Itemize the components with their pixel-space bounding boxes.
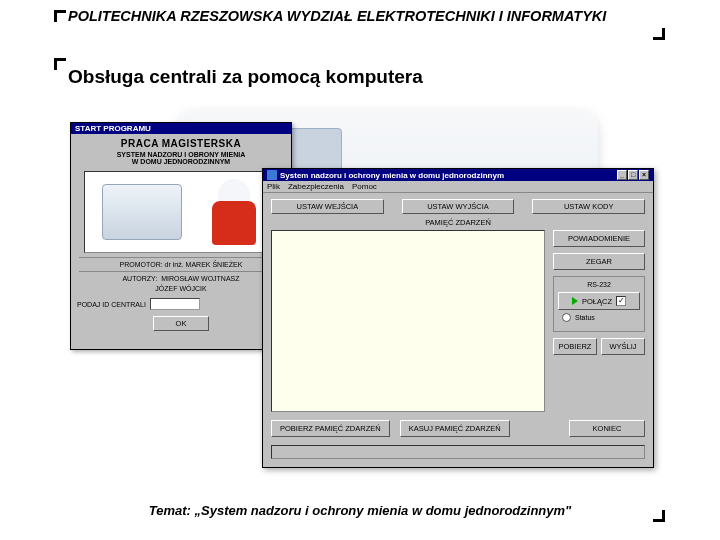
menu-bar: Plik Zabezpieczenia Pomoc: [263, 181, 653, 193]
status-bar: [271, 445, 645, 459]
rs232-panel: RS-232 POŁĄCZ ✓ Status: [553, 276, 645, 332]
maximize-icon[interactable]: □: [628, 170, 638, 180]
events-display-area: [271, 230, 545, 412]
window-titlebar: System nadzoru i ochrony mienia w domu j…: [263, 169, 653, 181]
window-titlebar: START PROGRAMU: [71, 123, 291, 134]
clock-button[interactable]: ZEGAR: [553, 253, 645, 270]
status-radio[interactable]: [562, 313, 571, 322]
id-input[interactable]: [150, 298, 200, 310]
corner-decoration: [653, 28, 665, 40]
slide-footer: Temat: „System nadzoru i ochrony mienia …: [0, 503, 720, 518]
slide-title: Obsługa centrali za pomocą komputera: [68, 66, 666, 88]
exit-button[interactable]: KONIEC: [569, 420, 645, 437]
set-codes-button[interactable]: USTAW KODY: [532, 199, 645, 214]
app-icon: [267, 170, 277, 180]
titlebar-text: System nadzoru i ochrony mienia w domu j…: [280, 171, 504, 180]
notify-button[interactable]: POWIADOMIENIE: [553, 230, 645, 247]
connect-checkbox[interactable]: ✓: [616, 296, 626, 306]
splash-image: [84, 171, 278, 253]
rs232-panel-title: RS-232: [558, 281, 640, 288]
titlebar-text: START PROGRAMU: [75, 124, 151, 133]
alarm-siren-image: [208, 179, 260, 245]
menu-item-help[interactable]: Pomoc: [352, 182, 377, 191]
status-radio-label: Status: [575, 314, 595, 321]
connect-button[interactable]: POŁĄCZ ✓: [558, 292, 640, 310]
minimize-icon[interactable]: _: [617, 170, 627, 180]
id-input-label: PODAJ ID CENTRALI: [77, 301, 146, 308]
ok-button[interactable]: OK: [153, 316, 209, 331]
events-group-label: PAMIĘĆ ZDARZEŃ: [263, 218, 653, 230]
send-button[interactable]: WYŚLIJ: [601, 338, 645, 355]
set-inputs-button[interactable]: USTAW WEJŚCIA: [271, 199, 384, 214]
promotor-line: PROMOTOR: dr inż. MAREK ŚNIEŻEK: [73, 261, 289, 268]
alarm-keypad-image: [102, 184, 182, 240]
splash-window: START PROGRAMU PRACA MAGISTERSKA SYSTEM …: [70, 122, 292, 350]
menu-item-security[interactable]: Zabezpieczenia: [288, 182, 344, 191]
menu-item-file[interactable]: Plik: [267, 182, 280, 191]
play-icon: [572, 297, 578, 305]
get-events-button[interactable]: POBIERZ PAMIĘĆ ZDARZEŃ: [271, 420, 390, 437]
set-outputs-button[interactable]: USTAW WYJŚCIA: [402, 199, 515, 214]
splash-subheading: W DOMU JEDNORODZINNYM: [73, 158, 289, 165]
splash-heading: PRACA MAGISTERSKA: [73, 138, 289, 149]
close-icon[interactable]: ×: [639, 170, 649, 180]
splash-subheading: SYSTEM NADZORU I OBRONY MIENIA: [73, 151, 289, 158]
main-app-window: System nadzoru i ochrony mienia w domu j…: [262, 168, 654, 468]
corner-decoration: [653, 510, 665, 522]
authors-label: AUTORZY: MIROSŁAW WOJTNASZ: [73, 275, 289, 282]
get-button[interactable]: POBIERZ: [553, 338, 597, 355]
author-line: JÓZEF WÓJCIK: [73, 285, 289, 292]
content-area: START PROGRAMU PRACA MAGISTERSKA SYSTEM …: [58, 110, 668, 480]
slide-header: POLITECHNIKA RZESZOWSKA WYDZIAŁ ELEKTROT…: [68, 8, 666, 24]
clear-events-button[interactable]: KASUJ PAMIĘĆ ZDARZEŃ: [400, 420, 510, 437]
